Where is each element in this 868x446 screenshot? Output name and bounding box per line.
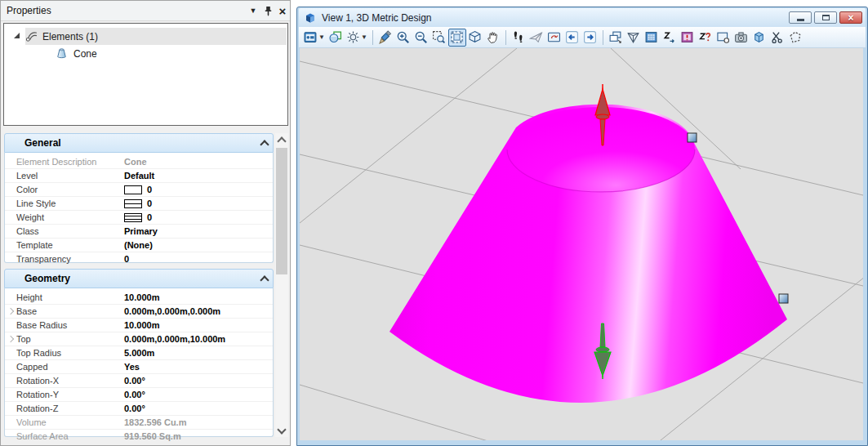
copy-view-button[interactable] — [607, 29, 625, 47]
walk-button[interactable] — [510, 29, 527, 47]
property-value[interactable]: 0 — [124, 212, 273, 222]
property-row-rotation-x[interactable]: Rotation-X0.00° — [5, 374, 273, 388]
property-row-capped[interactable]: CappedYes — [5, 360, 273, 374]
property-value[interactable]: 10.000m — [124, 320, 273, 330]
property-value[interactable]: 1832.596 Cu.m — [124, 417, 273, 427]
zoom-out-button[interactable] — [412, 29, 430, 47]
property-row-color[interactable]: Color0 — [5, 183, 273, 197]
display-style-button[interactable] — [327, 29, 345, 47]
property-value[interactable]: Default — [124, 171, 273, 181]
clip-mask-button[interactable] — [768, 29, 786, 47]
property-row-rotation-z[interactable]: Rotation-Z0.00° — [5, 402, 273, 416]
set-display-depth-button[interactable] — [661, 29, 679, 47]
window-area-button[interactable] — [430, 29, 448, 47]
scroll-up-button[interactable] — [275, 133, 288, 146]
property-row-template[interactable]: Template(None) — [5, 239, 273, 252]
view-titlebar[interactable]: View 1, 3D Metric Design × — [299, 8, 866, 27]
change-view-perspective-button[interactable] — [625, 29, 643, 47]
update-depth-button[interactable] — [679, 29, 697, 47]
property-value[interactable]: 0.000m,0.000m,10.000m — [124, 334, 273, 344]
scrollbar-thumb[interactable] — [276, 148, 287, 274]
selection-handle-top[interactable] — [688, 133, 697, 142]
property-row-weight[interactable]: Weight0 — [5, 211, 273, 225]
scroll-down-button[interactable] — [275, 424, 288, 437]
property-row-top[interactable]: Top0.000m,0.000m,10.000m — [5, 332, 273, 346]
panel-close-button[interactable]: × — [275, 3, 290, 18]
zoom-in-button[interactable] — [394, 29, 412, 47]
selection-handle-bottom[interactable] — [779, 294, 788, 303]
adjust-view-brightness-button[interactable]: ▼ — [345, 29, 369, 47]
show-display-depth-button[interactable] — [697, 29, 714, 47]
property-label: Class — [16, 226, 124, 236]
window-area-icon — [432, 30, 446, 44]
property-value[interactable]: 0.00° — [124, 404, 273, 413]
property-row-rotation-y[interactable]: Rotation-Y0.00° — [5, 388, 273, 402]
clip-volume-button[interactable] — [714, 29, 732, 47]
panel-pin-button[interactable] — [260, 3, 275, 18]
property-value[interactable]: Cone — [124, 157, 273, 167]
property-label: Level — [16, 171, 124, 181]
property-value[interactable]: Primary — [124, 226, 273, 236]
clip-front-button[interactable] — [750, 29, 768, 47]
property-row-surface-area[interactable]: Surface Area919.560 Sq.m — [5, 430, 273, 443]
section-title: General — [5, 137, 256, 149]
fly-button[interactable] — [527, 29, 545, 47]
linestyle-swatch[interactable] — [124, 199, 142, 208]
property-value[interactable]: 5.000m — [124, 348, 273, 358]
property-row-base[interactable]: Base0.000m,0.000m,0.000m — [5, 305, 273, 319]
rotate-view-button[interactable] — [466, 29, 484, 47]
section-header-geometry[interactable]: Geometry — [4, 269, 274, 288]
properties-scrollbar[interactable] — [275, 133, 288, 437]
maximize-button[interactable] — [814, 11, 837, 24]
property-value[interactable]: Yes — [124, 362, 273, 372]
pan-view-button[interactable] — [484, 29, 502, 47]
view-next-button[interactable] — [581, 29, 599, 47]
close-button[interactable]: × — [839, 11, 862, 24]
property-row-volume[interactable]: Volume1832.596 Cu.m — [5, 416, 273, 430]
set-active-depth-button[interactable] — [643, 29, 661, 47]
property-value[interactable]: 0 — [124, 254, 273, 264]
property-row-height[interactable]: Height10.000m — [5, 291, 273, 305]
view-attributes-button[interactable]: ▼ — [302, 29, 327, 47]
property-row-base-radius[interactable]: Base Radius10.000m — [5, 319, 273, 332]
property-row-transparency[interactable]: Transparency0 — [5, 252, 273, 265]
panel-menu-button[interactable]: ▼ — [246, 3, 260, 18]
view-previous-button[interactable] — [563, 29, 581, 47]
viewport-canvas[interactable] — [300, 48, 863, 440]
property-row-top-radius[interactable]: Top Radius5.000m — [5, 346, 273, 360]
camera-settings-button[interactable] — [732, 29, 750, 47]
property-value[interactable]: 0.00° — [124, 390, 273, 399]
tree-expand-icon[interactable] — [14, 33, 20, 38]
property-row-level[interactable]: LevelDefault — [5, 169, 273, 183]
pin-icon — [264, 6, 273, 16]
chevron-down-icon — [277, 425, 286, 434]
property-value[interactable]: 0 — [124, 185, 273, 194]
properties-titlebar[interactable]: Properties ▼ × — [1, 1, 290, 21]
property-label: Color — [16, 185, 124, 194]
collapse-geometry-button[interactable] — [256, 274, 273, 283]
property-row-class[interactable]: ClassPrimary — [5, 225, 273, 239]
property-row-element-description[interactable]: Element DescriptionCone — [5, 155, 273, 169]
navigate-view-button[interactable] — [545, 29, 563, 47]
dropdown-arrow-icon[interactable]: ▼ — [361, 33, 367, 41]
fence-clip-button[interactable] — [786, 29, 804, 47]
fit-view-button[interactable] — [448, 29, 466, 47]
expand-chevron-icon[interactable] — [5, 337, 16, 341]
expand-chevron-icon[interactable] — [5, 309, 16, 314]
property-value[interactable]: 919.560 Sq.m — [124, 431, 273, 441]
property-value[interactable]: (None) — [124, 240, 273, 250]
color-swatch[interactable] — [124, 185, 142, 194]
property-value[interactable]: 0.00° — [124, 376, 273, 386]
section-header-general[interactable]: General — [4, 133, 274, 153]
tree-row-cone[interactable]: Cone — [4, 45, 287, 62]
property-value[interactable]: 10.000m — [124, 292, 273, 302]
update-view-button[interactable] — [376, 29, 394, 47]
property-value[interactable]: 0 — [124, 198, 273, 208]
collapse-general-button[interactable] — [256, 139, 273, 148]
minimize-button[interactable] — [789, 11, 812, 24]
tree-row-elements[interactable]: Elements (1) — [4, 28, 287, 45]
property-row-line-style[interactable]: Line Style0 — [5, 197, 273, 211]
property-value[interactable]: 0.000m,0.000m,0.000m — [124, 306, 273, 316]
dropdown-arrow-icon[interactable]: ▼ — [318, 33, 325, 41]
weight-swatch[interactable] — [124, 213, 142, 222]
